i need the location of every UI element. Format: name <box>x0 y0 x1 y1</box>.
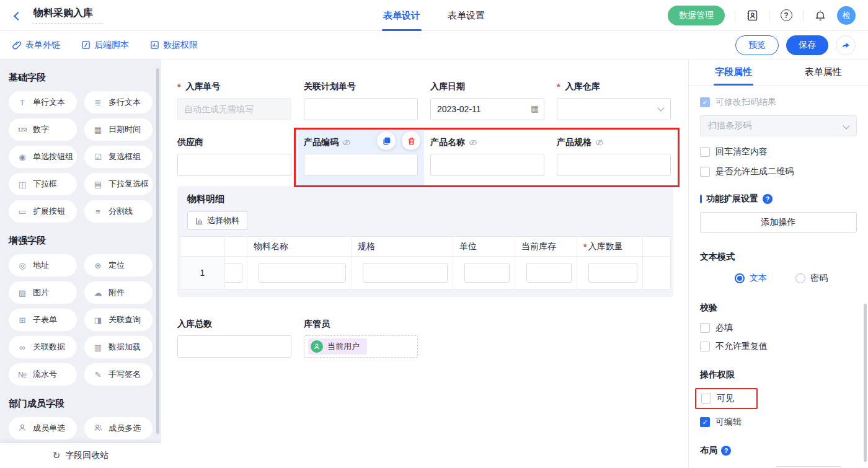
help-icon[interactable]: ? <box>763 194 773 204</box>
data-manage-button[interactable]: 数据管理 <box>668 6 725 25</box>
total-qty-input[interactable] <box>177 335 291 358</box>
enter-clear-checkbox[interactable]: 回车清空内容 <box>700 146 857 157</box>
qty-input[interactable] <box>588 263 637 283</box>
sidebar-item-radio-group[interactable]: ◉单选按钮组 <box>9 146 77 168</box>
visible-checkbox[interactable]: 可见 <box>701 393 734 404</box>
sidebar-item-select[interactable]: ◫下拉框 <box>9 173 77 195</box>
field-product-code[interactable]: 产品编码 <box>298 130 424 186</box>
current-user-tag[interactable]: 当前用户 <box>308 338 367 355</box>
spec-input[interactable] <box>363 263 448 283</box>
stock-input[interactable] <box>526 263 572 283</box>
sidebar-item-signature[interactable]: ✎手写签名 <box>84 363 153 386</box>
radio-text[interactable]: 文本 <box>735 273 767 284</box>
sidebar-item-serial-number[interactable]: №流水号 <box>9 363 77 386</box>
field-warehouse[interactable]: 入库仓库 <box>551 74 677 130</box>
inbound-no-input[interactable] <box>177 98 291 120</box>
user-avatar[interactable]: 检 <box>837 6 856 25</box>
plan-no-input[interactable] <box>304 98 418 120</box>
material-detail-subform[interactable]: 物料明细 选择物料 物料名称 规格 单位 当前库存 入库数量 1 <box>177 186 673 297</box>
tab-form-design[interactable]: 表单设计 <box>383 0 420 31</box>
notification-bell-icon[interactable] <box>813 9 827 22</box>
external-link-action[interactable]: 表单外链 <box>12 40 60 51</box>
backend-script-action[interactable]: 后端脚本 <box>81 40 129 51</box>
radio-selected <box>735 273 745 283</box>
product-name-input[interactable] <box>430 154 544 176</box>
clipped-input[interactable] <box>225 263 242 283</box>
product-code-input[interactable] <box>304 154 418 176</box>
sidebar-scrollbar[interactable] <box>156 68 159 434</box>
scan-result-checkbox[interactable]: ✓ 可修改扫码结果 <box>700 97 857 108</box>
sidebar-item-checkbox-group[interactable]: ☑复选框组 <box>84 146 153 168</box>
help-icon[interactable]: ? <box>779 9 793 22</box>
sidebar-item-subform[interactable]: ⊞子表单 <box>9 309 77 331</box>
editable-checkbox[interactable]: ✓ 可编辑 <box>700 417 857 428</box>
data-permission-action[interactable]: 数据权限 <box>150 40 198 51</box>
preview-button[interactable]: 预览 <box>735 35 779 55</box>
field-plan-no[interactable]: 关联计划单号 <box>298 74 424 130</box>
sidebar-item-member-single[interactable]: 成员单选 <box>9 417 77 439</box>
field-product-spec[interactable]: 产品规格 <box>551 130 677 186</box>
panel-scrollbar[interactable] <box>864 304 867 462</box>
no-duplicate-checkbox[interactable]: 不允许重复值 <box>700 341 857 352</box>
sidebar-item-address[interactable]: ◎地址 <box>9 254 77 276</box>
scan-mode-select[interactable]: 扫描条形码 <box>700 115 857 136</box>
field-warehouse-keeper[interactable]: 库管员 当前用户 <box>298 312 424 368</box>
sidebar-item-location[interactable]: ⊕定位 <box>84 254 153 276</box>
sidebar-item-divider[interactable]: ≡分割线 <box>84 200 153 223</box>
sidebar-item-member-multi[interactable]: 成员多选 <box>84 417 153 439</box>
item-label: 手写签名 <box>108 369 141 380</box>
required-checkbox[interactable]: 必填 <box>700 322 857 333</box>
copy-field-button[interactable] <box>377 131 396 150</box>
field-inbound-no[interactable]: 入库单号 <box>171 74 298 130</box>
sidebar-item-attachment[interactable]: ☁附件 <box>84 281 153 304</box>
tab-form-settings[interactable]: 表单设置 <box>448 0 485 31</box>
sidebar-item-multi-line-text[interactable]: ≣多行文本 <box>84 91 153 113</box>
field-total-qty[interactable]: 入库总数 <box>171 312 298 368</box>
sidebar-item-extend-button[interactable]: ▭扩展按钮 <box>9 200 77 223</box>
help-icon[interactable]: ? <box>721 446 731 456</box>
sidebar-item-linked-data[interactable]: ∞关联数据 <box>9 336 77 358</box>
delete-field-button[interactable] <box>402 131 420 150</box>
add-action-button[interactable]: 添加操作 <box>700 212 857 233</box>
tab-form-properties[interactable]: 表单属性 <box>779 60 868 85</box>
recycle-label: 字段回收站 <box>65 450 108 461</box>
field-supplier[interactable]: 供应商 <box>171 130 298 186</box>
divider <box>803 10 804 21</box>
qty-cell <box>577 257 643 289</box>
select-material-button[interactable]: 选择物料 <box>187 211 247 230</box>
material-name-input[interactable] <box>259 263 346 283</box>
sidebar-item-datetime[interactable]: ▦日期时间 <box>84 118 153 141</box>
item-label: 地址 <box>33 260 49 271</box>
sidebar-item-number[interactable]: 123数字 <box>9 118 77 141</box>
warehouse-select[interactable] <box>557 98 671 120</box>
inbound-date-input[interactable] <box>430 98 544 120</box>
item-label: 关联查询 <box>108 314 141 325</box>
product-spec-input[interactable] <box>557 154 671 176</box>
tab-field-properties[interactable]: 字段属性 <box>689 60 779 85</box>
supplier-input[interactable] <box>177 154 291 176</box>
checkbox-unchecked <box>700 167 710 177</box>
sidebar-item-image[interactable]: ▧图片 <box>9 281 77 304</box>
header-tabs: 表单设计 表单设置 <box>383 0 485 31</box>
divider-icon: ≡ <box>92 207 104 216</box>
field-product-name[interactable]: 产品名称 <box>424 130 551 186</box>
item-label: 附件 <box>108 287 125 298</box>
sidebar-item-multi-select[interactable]: ▤下拉复选框 <box>84 173 153 195</box>
share-button[interactable] <box>836 35 856 55</box>
field-recycle-bin[interactable]: ↻ 字段回收站 <box>0 443 161 468</box>
address-book-icon[interactable] <box>745 9 759 22</box>
form-canvas[interactable]: 入库单号 关联计划单号 入库日期 ▦ 入库仓库 <box>161 60 688 468</box>
sidebar-item-lookup-query[interactable]: ◨关联查询 <box>84 309 153 331</box>
keeper-member-picker[interactable]: 当前用户 <box>304 335 418 358</box>
qrcode-checkbox[interactable]: 是否允许生成二维码 <box>700 166 857 177</box>
save-button[interactable]: 保存 <box>786 35 828 55</box>
field-inbound-date[interactable]: 入库日期 ▦ <box>424 74 551 130</box>
eye-hidden-icon <box>469 138 477 147</box>
back-button[interactable] <box>12 8 26 22</box>
unit-input[interactable] <box>464 263 510 283</box>
sidebar-item-single-line-text[interactable]: T单行文本 <box>9 91 77 113</box>
radio-password[interactable]: 密码 <box>795 273 828 284</box>
page-title[interactable]: 物料采购入库 <box>32 7 103 24</box>
sidebar-item-data-load[interactable]: ▥数据加载 <box>84 336 153 358</box>
chevron-down-icon <box>843 122 849 129</box>
